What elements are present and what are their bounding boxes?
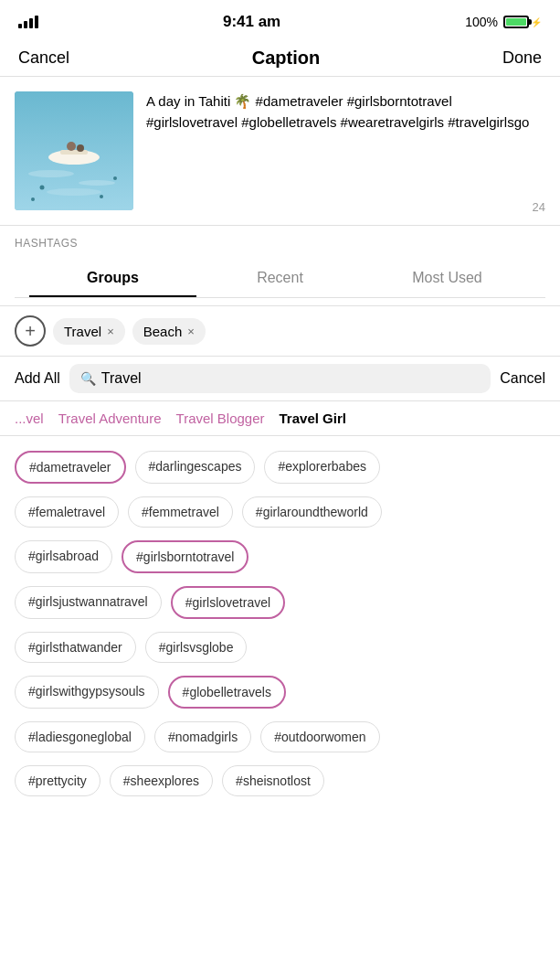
svg-point-3 bbox=[47, 188, 101, 196]
hashtag-ladiesgoneglobal[interactable]: #ladiesgoneglobal bbox=[15, 721, 145, 752]
hashtag-girlsabroad[interactable]: #girlsabroad bbox=[15, 540, 112, 573]
search-cancel-button[interactable]: Cancel bbox=[500, 370, 545, 387]
hashtag-row-7: #prettycity #sheexplores #sheisnotlost bbox=[15, 765, 545, 796]
tab-groups[interactable]: Groups bbox=[29, 261, 196, 297]
hashtag-row-3: #girlsjustwannatravel #girlslovetravel bbox=[15, 586, 545, 619]
caption-image bbox=[15, 91, 133, 210]
hashtag-sheexplores[interactable]: #sheexplores bbox=[110, 765, 213, 796]
hashtag-dametraveler[interactable]: #dametraveler bbox=[15, 451, 126, 484]
svg-point-1 bbox=[28, 170, 74, 177]
hashtag-prettycity[interactable]: #prettycity bbox=[15, 765, 100, 796]
page-title: Caption bbox=[252, 48, 320, 69]
hashtag-girlsthatwander[interactable]: #girlsthatwander bbox=[15, 632, 136, 663]
search-icon: 🔍 bbox=[80, 371, 96, 386]
hashtag-girlaroundtheworld[interactable]: #girlaroundtheworld bbox=[242, 496, 382, 528]
tab-recent[interactable]: Recent bbox=[196, 261, 364, 297]
svg-rect-5 bbox=[60, 150, 88, 155]
status-bar: 9:41 am 100% ⚡ bbox=[0, 0, 560, 40]
chip-travel[interactable]: Travel × bbox=[53, 318, 125, 345]
hashtags-section: HASHTAGS Groups Recent Most Used bbox=[0, 226, 560, 306]
group-tab-vel[interactable]: ...vel bbox=[15, 411, 44, 426]
svg-point-6 bbox=[67, 142, 76, 151]
hashtag-girlsjustwannatravel[interactable]: #girlsjustwannatravel bbox=[15, 586, 162, 619]
add-all-button[interactable]: Add All bbox=[15, 370, 60, 387]
status-right: 100% ⚡ bbox=[465, 15, 542, 29]
chip-travel-label: Travel bbox=[64, 324, 101, 339]
chip-beach[interactable]: Beach × bbox=[132, 318, 206, 345]
done-button[interactable]: Done bbox=[502, 48, 542, 68]
hashtag-globelletravels[interactable]: #globelletravels bbox=[168, 676, 286, 709]
chip-beach-remove[interactable]: × bbox=[187, 325, 195, 338]
hashtag-girlsvsglobe[interactable]: #girlsvsglobe bbox=[145, 632, 248, 663]
svg-point-10 bbox=[113, 176, 117, 180]
hashtag-outdoorwomen[interactable]: #outdoorwomen bbox=[260, 721, 379, 752]
status-left bbox=[18, 16, 38, 28]
add-group-button[interactable]: + bbox=[15, 315, 46, 347]
search-input[interactable] bbox=[101, 370, 480, 387]
hashtag-row-2: #girlsabroad #girlsborntotravel bbox=[15, 540, 545, 573]
hashtag-femaletravel[interactable]: #femaletravel bbox=[15, 496, 119, 528]
hashtag-darlingescapes[interactable]: #darlingescapes bbox=[135, 451, 256, 484]
svg-point-9 bbox=[100, 195, 103, 198]
chip-beach-label: Beach bbox=[143, 324, 183, 339]
svg-point-2 bbox=[79, 180, 115, 186]
caption-area: A day in Tahiti 🌴 #dametraveler #girlsbo… bbox=[0, 77, 560, 226]
nav-bar: Cancel Caption Done bbox=[0, 40, 560, 77]
caption-text-field[interactable]: A day in Tahiti 🌴 #dametraveler #girlsbo… bbox=[146, 91, 545, 210]
scene-svg bbox=[15, 91, 133, 210]
hashtag-row-1: #femaletravel #femmetravel #girlaroundth… bbox=[15, 496, 545, 528]
group-tab-girl[interactable]: Travel Girl bbox=[280, 411, 346, 426]
chip-travel-remove[interactable]: × bbox=[107, 325, 114, 338]
signal-icon bbox=[18, 16, 38, 28]
hashtags-label: HASHTAGS bbox=[15, 237, 545, 250]
hashtag-explorerbabes[interactable]: #explorerbabes bbox=[264, 451, 380, 484]
hashtag-nomadgirls[interactable]: #nomadgirls bbox=[154, 721, 251, 752]
cancel-button[interactable]: Cancel bbox=[18, 48, 69, 68]
svg-point-7 bbox=[77, 144, 84, 152]
battery-percent: 100% bbox=[465, 15, 498, 29]
group-tab-blogger[interactable]: Travel Blogger bbox=[176, 411, 265, 426]
hashtag-row-4: #girlsthatwander #girlsvsglobe bbox=[15, 632, 545, 663]
tab-most-used[interactable]: Most Used bbox=[364, 261, 531, 297]
status-time: 9:41 am bbox=[223, 13, 280, 31]
hashtag-row-5: #girlswithgypsysouls #globelletravels bbox=[15, 676, 545, 709]
svg-point-11 bbox=[31, 197, 35, 201]
hashtag-row-6: #ladiesgoneglobal #nomadgirls #outdoorwo… bbox=[15, 721, 545, 752]
hashtag-grid: #dametraveler #darlingescapes #explorerb… bbox=[0, 436, 560, 824]
filter-chips-row: + Travel × Beach × bbox=[0, 306, 560, 357]
group-tabs-row: ...vel Travel Adventure Travel Blogger T… bbox=[0, 401, 560, 436]
char-count: 24 bbox=[533, 200, 545, 214]
hashtag-girlsborntotravel[interactable]: #girlsborntotravel bbox=[122, 540, 248, 573]
svg-point-8 bbox=[40, 186, 45, 190]
search-row: Add All 🔍 Cancel bbox=[0, 357, 560, 401]
hashtag-tabs: Groups Recent Most Used bbox=[15, 261, 545, 298]
hashtag-row-0: #dametraveler #darlingescapes #explorerb… bbox=[15, 451, 545, 484]
group-tab-adventure[interactable]: Travel Adventure bbox=[58, 411, 162, 426]
hashtag-girlslovetravel[interactable]: #girlslovetravel bbox=[171, 586, 285, 619]
battery-icon: ⚡ bbox=[503, 16, 542, 28]
hashtag-femmetravel[interactable]: #femmetravel bbox=[128, 496, 233, 528]
hashtag-girlswithgypsysouls[interactable]: #girlswithgypsysouls bbox=[15, 676, 159, 709]
search-container: 🔍 bbox=[69, 364, 491, 393]
hashtag-sheisnotlost[interactable]: #sheisnotlost bbox=[222, 765, 324, 796]
